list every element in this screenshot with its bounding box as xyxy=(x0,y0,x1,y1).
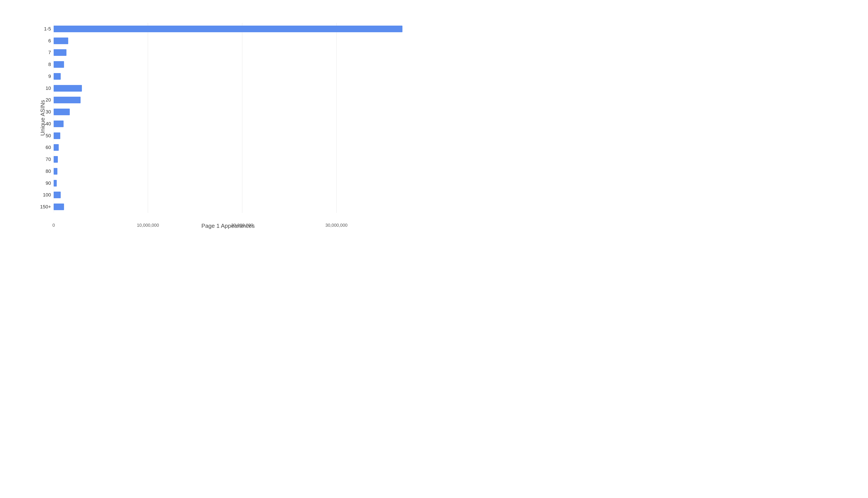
bar-y-label: 9 xyxy=(33,74,51,79)
bar-row: 9 xyxy=(54,72,403,81)
bar-row: 50 xyxy=(54,131,403,140)
bar xyxy=(54,156,58,163)
bar-y-label: 150+ xyxy=(33,204,51,210)
chart-container: Unique ASINs 1-5678910203040506070809010… xyxy=(18,14,416,235)
bar xyxy=(54,192,61,198)
bar xyxy=(54,109,70,115)
bar-y-label: 80 xyxy=(33,168,51,174)
bar xyxy=(54,85,82,92)
bar-row: 90 xyxy=(54,179,403,188)
bars-wrapper: 1-56789102030405060708090100150+ xyxy=(54,23,403,213)
bar-y-label: 40 xyxy=(33,121,51,127)
bar-row: 30 xyxy=(54,107,403,116)
bar xyxy=(54,61,64,68)
bar-y-label: 100 xyxy=(33,192,51,198)
bar-row: 80 xyxy=(54,167,403,176)
bar-y-label: 6 xyxy=(33,38,51,44)
bar-y-label: 1-5 xyxy=(33,26,51,32)
chart-area: Unique ASINs 1-5678910203040506070809010… xyxy=(54,23,403,213)
bar-y-label: 8 xyxy=(33,62,51,67)
bar xyxy=(54,97,81,103)
bar xyxy=(54,204,64,210)
bar-row: 70 xyxy=(54,155,403,164)
bar-y-label: 10 xyxy=(33,86,51,91)
bar-row: 150+ xyxy=(54,202,403,211)
bar-row: 10 xyxy=(54,84,403,93)
x-axis-label: Page 1 Appearances xyxy=(201,223,254,230)
bar-row: 100 xyxy=(54,191,403,199)
bar xyxy=(54,73,61,80)
bar-row: 40 xyxy=(54,119,403,128)
bar xyxy=(54,168,57,175)
bar-y-label: 70 xyxy=(33,157,51,162)
bar xyxy=(54,144,59,151)
bar xyxy=(54,180,57,186)
bar-y-label: 60 xyxy=(33,145,51,150)
bar-row: 6 xyxy=(54,36,403,45)
bar-y-label: 20 xyxy=(33,97,51,103)
bar-y-label: 50 xyxy=(33,133,51,139)
bar xyxy=(54,132,60,139)
bar xyxy=(54,26,403,32)
bar-y-label: 30 xyxy=(33,109,51,115)
bar-row: 8 xyxy=(54,60,403,69)
bar xyxy=(54,120,64,127)
bar-row: 1-5 xyxy=(54,25,403,33)
x-tick-label: 10,000,000 xyxy=(137,223,159,228)
bar xyxy=(54,38,68,44)
bar xyxy=(54,49,66,56)
bar-row: 60 xyxy=(54,143,403,152)
bar-row: 20 xyxy=(54,95,403,104)
y-axis-label: Unique ASINs xyxy=(39,100,46,136)
bar-y-label: 90 xyxy=(33,180,51,186)
x-tick-label: 30,000,000 xyxy=(325,223,347,228)
bar-row: 7 xyxy=(54,48,403,57)
bar-y-label: 7 xyxy=(33,50,51,55)
x-tick-label: 0 xyxy=(52,223,55,228)
